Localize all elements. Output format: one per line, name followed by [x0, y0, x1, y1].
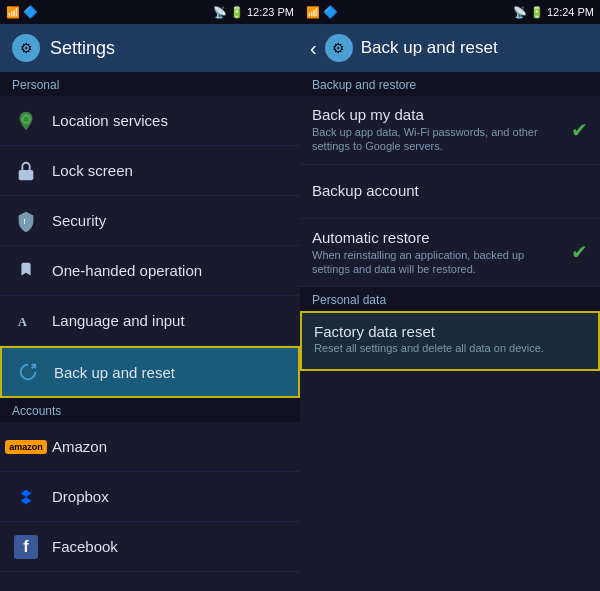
- left-panel: 📶 🔷 📡 🔋 12:23 PM ⚙ Settings Personal Loc…: [0, 0, 300, 591]
- left-time: 12:23 PM: [247, 6, 294, 18]
- gear-icon: ⚙: [20, 40, 33, 56]
- sidebar-item-dropbox[interactable]: Dropbox: [0, 472, 300, 522]
- sidebar-item-amazon[interactable]: amazon Amazon: [0, 422, 300, 472]
- sidebar-item-backup-label: Back up and reset: [54, 364, 175, 381]
- sidebar-item-dropbox-label: Dropbox: [52, 488, 109, 505]
- sidebar-item-amazon-label: Amazon: [52, 438, 107, 455]
- settings-title: Settings: [50, 38, 115, 59]
- dropbox-icon: [12, 483, 40, 511]
- sidebar-item-lock-screen[interactable]: Lock screen: [0, 146, 300, 196]
- right-bluetooth-icon: 🔷: [323, 5, 338, 19]
- facebook-icon: f: [12, 533, 40, 561]
- sidebar-item-security-label: Security: [52, 212, 106, 229]
- personal-section-label: Personal: [0, 72, 300, 96]
- auto-restore-checkmark: ✔: [571, 240, 588, 264]
- amazon-icon: amazon: [12, 433, 40, 461]
- backup-restore-section-label: Backup and restore: [300, 72, 600, 96]
- right-wifi-icon: 📡: [513, 6, 527, 19]
- sidebar-item-one-handed[interactable]: One-handed operation: [0, 246, 300, 296]
- right-battery-icon: 🔋: [530, 6, 544, 19]
- setting-backup-data[interactable]: Back up my data Back up app data, Wi-Fi …: [300, 96, 600, 165]
- sidebar-item-facebook-label: Facebook: [52, 538, 118, 555]
- sidebar-item-language-label: Language and input: [52, 312, 185, 329]
- sidebar-item-backup[interactable]: Back up and reset: [0, 346, 300, 398]
- factory-reset-title: Factory data reset: [314, 323, 586, 340]
- sidebar-item-facebook[interactable]: f Facebook: [0, 522, 300, 572]
- battery-icon: 🔋: [230, 6, 244, 19]
- right-app-header: ‹ ⚙ Back up and reset: [300, 24, 600, 72]
- language-icon: A: [12, 307, 40, 335]
- wifi-icon: 📡: [213, 6, 227, 19]
- svg-rect-1: [19, 170, 34, 180]
- sidebar-item-lock-screen-label: Lock screen: [52, 162, 133, 179]
- sidebar-item-location-label: Location services: [52, 112, 168, 129]
- signal-icon: 📶: [6, 6, 20, 19]
- back-button[interactable]: ‹: [310, 37, 317, 60]
- backup-data-title: Back up my data: [312, 106, 563, 123]
- sidebar-item-language[interactable]: A Language and input: [0, 296, 300, 346]
- backup-data-desc: Back up app data, Wi-Fi passwords, and o…: [312, 125, 563, 154]
- left-status-bar: 📶 🔷 📡 🔋 12:23 PM: [0, 0, 300, 24]
- setting-auto-restore-content: Automatic restore When reinstalling an a…: [312, 229, 563, 277]
- svg-marker-4: [21, 489, 32, 504]
- svg-text:A: A: [18, 314, 28, 328]
- left-status-right: 📡 🔋 12:23 PM: [213, 6, 294, 19]
- personal-data-section-label: Personal data: [300, 287, 600, 311]
- left-app-header: ⚙ Settings: [0, 24, 300, 72]
- right-panel: 📶 🔷 📡 🔋 12:24 PM ‹ ⚙ Back up and reset B…: [300, 0, 600, 591]
- auto-restore-desc: When reinstalling an application, backed…: [312, 248, 563, 277]
- sidebar-item-one-handed-label: One-handed operation: [52, 262, 202, 279]
- right-page-title: Back up and reset: [361, 38, 498, 58]
- right-time: 12:24 PM: [547, 6, 594, 18]
- lock-icon: [12, 157, 40, 185]
- hand-icon: [12, 257, 40, 285]
- factory-reset-item[interactable]: Factory data reset Reset all settings an…: [300, 311, 600, 371]
- right-signal-icon: 📶: [306, 6, 320, 19]
- setting-auto-restore[interactable]: Automatic restore When reinstalling an a…: [300, 219, 600, 288]
- location-icon: [12, 107, 40, 135]
- bluetooth-icon: 🔷: [23, 5, 38, 19]
- right-status-right: 📡 🔋 12:24 PM: [513, 6, 594, 19]
- backup-icon: [14, 358, 42, 386]
- sidebar-item-security[interactable]: ! Security: [0, 196, 300, 246]
- right-status-bar: 📶 🔷 📡 🔋 12:24 PM: [300, 0, 600, 24]
- left-status-icons: 📶 🔷: [6, 5, 38, 19]
- svg-text:!: !: [23, 216, 25, 225]
- settings-header-icon: ⚙: [12, 34, 40, 62]
- backup-account-title: Backup account: [312, 182, 588, 199]
- right-gear-icon: ⚙: [332, 40, 345, 56]
- right-header-icon: ⚙: [325, 34, 353, 62]
- factory-reset-desc: Reset all settings and delete all data o…: [314, 342, 586, 354]
- backup-data-checkmark: ✔: [571, 118, 588, 142]
- right-status-icons: 📶 🔷: [306, 5, 338, 19]
- setting-backup-data-content: Back up my data Back up app data, Wi-Fi …: [312, 106, 563, 154]
- setting-backup-account[interactable]: Backup account: [300, 165, 600, 219]
- accounts-section-label: Accounts: [0, 398, 300, 422]
- sidebar-item-location[interactable]: Location services: [0, 96, 300, 146]
- security-icon: !: [12, 207, 40, 235]
- setting-backup-account-content: Backup account: [312, 182, 588, 201]
- auto-restore-title: Automatic restore: [312, 229, 563, 246]
